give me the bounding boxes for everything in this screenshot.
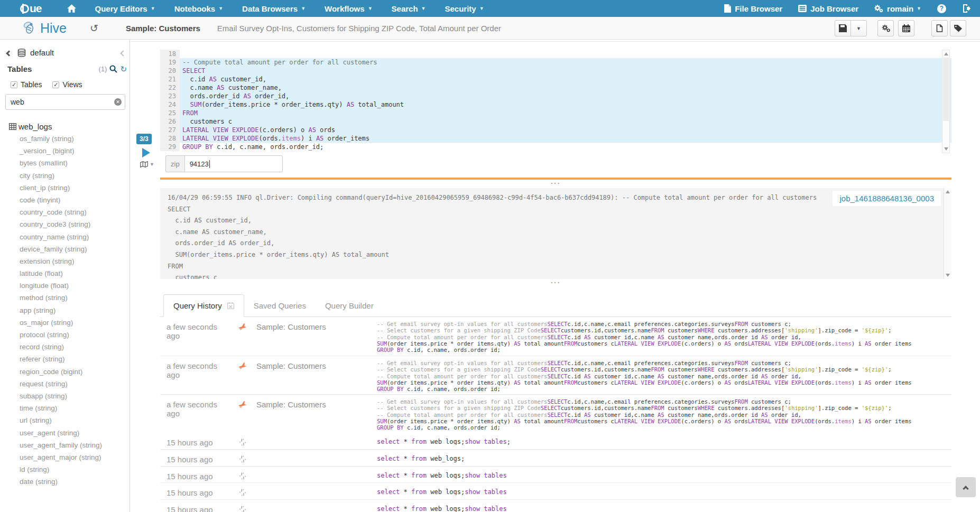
history-row[interactable]: 15 hours ago select * from web_logs;show… — [160, 433, 951, 449]
scroll-down-icon[interactable] — [944, 147, 948, 151]
column-item[interactable]: referer (string) — [0, 353, 130, 365]
resize-handle[interactable]: ··· — [160, 280, 951, 286]
query-description[interactable]: Email Survey Opt-Ins, Customers for Ship… — [217, 24, 501, 33]
home-icon[interactable] — [67, 4, 76, 13]
resize-handle[interactable]: ··· — [160, 181, 951, 187]
code-line[interactable]: c.name AS customer_name, — [180, 83, 951, 92]
help-icon[interactable]: ? — [937, 4, 946, 13]
column-item[interactable]: id (string) — [0, 463, 130, 476]
column-item[interactable]: url (string) — [0, 414, 130, 426]
column-item[interactable]: user_agent (string) — [0, 427, 130, 439]
nav-user-menu[interactable]: romain ▼ — [874, 4, 921, 13]
column-item[interactable]: code (tinyint) — [0, 194, 130, 206]
menu-workflows[interactable]: Workflows ▼ — [325, 4, 373, 13]
query-title[interactable]: Sample: Customers — [126, 24, 200, 33]
nav-job-browser[interactable]: Job Browser — [798, 4, 858, 13]
schedule-button[interactable] — [898, 20, 914, 36]
menu-security[interactable]: Security ▼ — [445, 4, 484, 13]
history-row[interactable]: 15 hours ago select * from web_logs;show… — [160, 482, 951, 499]
line-number[interactable]: 18 — [160, 50, 180, 58]
tables-checkbox[interactable]: ✓ — [11, 81, 17, 88]
column-item[interactable]: user_agent_major (string) — [0, 451, 130, 463]
variable-value-input[interactable]: 94123 — [184, 155, 283, 172]
code-line[interactable]: -- Compute total amount per order for al… — [180, 58, 951, 67]
scroll-up-icon[interactable] — [944, 52, 948, 55]
column-item[interactable]: subapp (string) — [0, 390, 130, 402]
column-item[interactable]: method (string) — [0, 292, 130, 304]
menu-query-editors[interactable]: Query Editors ▼ — [95, 4, 155, 13]
history-query-text[interactable]: select * from web_logs;show tables — [377, 470, 951, 479]
column-item[interactable]: latitude (float) — [0, 267, 130, 280]
column-item[interactable]: user_agent_family (string) — [0, 439, 130, 451]
table-search-input[interactable] — [5, 94, 125, 110]
scroll-down-icon[interactable] — [946, 274, 950, 277]
tab-query-history[interactable]: Query History — [163, 294, 244, 317]
save-options-button[interactable]: ▼ — [850, 20, 867, 36]
line-number[interactable]: 24 — [160, 100, 180, 109]
collapse-assist-icon[interactable] — [121, 49, 125, 57]
menu-search[interactable]: Search ▼ — [392, 4, 426, 13]
code-line[interactable] — [180, 50, 951, 58]
settings-button[interactable] — [877, 20, 894, 36]
scroll-top-button[interactable] — [956, 477, 976, 497]
column-item[interactable]: record (string) — [0, 341, 130, 353]
column-item[interactable]: request (string) — [0, 378, 130, 390]
tab-query-builder[interactable]: Query Builder — [316, 295, 383, 316]
history-query-text[interactable]: select * from web_logs;show tables; — [377, 436, 951, 445]
history-query-text[interactable]: -- Get email survey opt-in values for al… — [377, 321, 951, 353]
menu-notebooks[interactable]: Notebooks ▼ — [174, 4, 223, 13]
save-button[interactable] — [835, 20, 851, 36]
database-name[interactable]: default — [30, 48, 54, 57]
views-checkbox[interactable]: ✓ — [52, 81, 59, 88]
code-line[interactable]: ords.order_id AS order_id, — [180, 92, 951, 100]
history-row[interactable]: 15 hours ago select * from web_logs;show… — [160, 466, 951, 482]
code-line[interactable]: SELECT — [180, 67, 951, 75]
history-row[interactable]: a few seconds ago Sample: Customers -- G… — [160, 394, 951, 433]
code-line[interactable]: customers c — [180, 117, 951, 126]
column-item[interactable]: device_family (string) — [0, 243, 130, 255]
line-number[interactable]: 23 — [160, 92, 180, 100]
line-number[interactable]: 28 — [160, 134, 180, 143]
execute-button[interactable] — [142, 148, 150, 157]
line-number[interactable]: 20 — [160, 67, 180, 75]
logout-icon[interactable] — [962, 4, 970, 13]
search-icon[interactable] — [109, 65, 117, 73]
column-item[interactable]: protocol (string) — [0, 329, 130, 341]
history-query-text[interactable]: select * from web_logs;show tables — [377, 504, 951, 512]
nav-file-browser[interactable]: File Browser — [724, 4, 782, 13]
column-item[interactable]: extension (string) — [0, 255, 130, 267]
hue-logo[interactable]: ue — [20, 2, 42, 15]
hive-app[interactable]: Hive — [22, 21, 67, 36]
table-item[interactable]: web_logs — [0, 120, 130, 133]
editor-scrollbar[interactable] — [942, 50, 950, 153]
history-query-text[interactable]: -- Get email survey opt-in values for al… — [377, 398, 951, 431]
code-line[interactable]: LATERAL VIEW EXPLODE(c.orders) o AS ords — [180, 126, 951, 134]
line-number[interactable]: 25 — [160, 109, 180, 117]
column-item[interactable]: longitude (float) — [0, 280, 130, 292]
history-query-text[interactable]: select * from web_logs;show tables — [377, 487, 951, 495]
log-scrollbar[interactable] — [944, 188, 951, 279]
column-item[interactable]: client_ip (string) — [0, 182, 130, 194]
clear-history-calendar-icon[interactable] — [227, 302, 234, 309]
tags-button[interactable] — [950, 20, 966, 36]
clear-search-icon[interactable]: ✕ — [114, 98, 122, 106]
tab-saved-queries[interactable]: Saved Queries — [244, 295, 316, 316]
code-line[interactable]: LATERAL VIEW EXPLODE(ords.items) i AS or… — [180, 134, 951, 143]
query-history-icon[interactable]: ↺ — [90, 22, 98, 34]
column-item[interactable]: country_code (string) — [0, 206, 130, 218]
refresh-icon[interactable]: ↻ — [120, 65, 127, 73]
column-item[interactable]: date (string) — [0, 476, 130, 488]
code-line[interactable]: FROM — [180, 109, 951, 117]
map-icon[interactable]: ▼ — [140, 161, 154, 167]
line-number[interactable]: 21 — [160, 75, 180, 83]
back-icon[interactable] — [7, 49, 11, 57]
column-item[interactable]: country_name (string) — [0, 231, 130, 243]
history-query-text[interactable]: -- Get email survey opt-in values for al… — [377, 360, 951, 392]
column-item[interactable]: region_code (bigint) — [0, 366, 130, 378]
sql-editor[interactable]: 18 19 -- Compute total amount per order … — [160, 50, 951, 153]
job-link[interactable]: job_1461888648136_0003 — [833, 191, 941, 206]
line-number[interactable]: 22 — [160, 83, 180, 92]
history-row[interactable]: a few seconds ago Sample: Customers -- G… — [160, 356, 951, 394]
column-item[interactable]: bytes (smallint) — [0, 157, 130, 169]
new-document-button[interactable] — [931, 20, 948, 36]
